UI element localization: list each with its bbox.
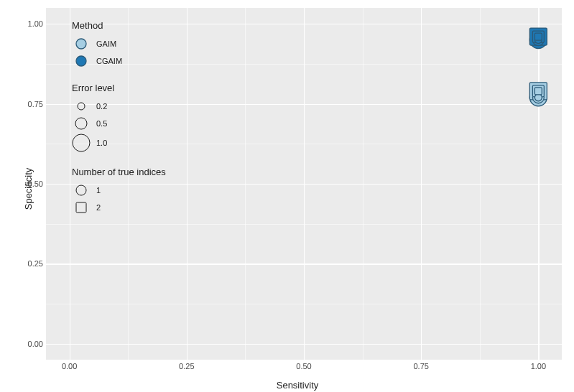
square-icon	[72, 199, 91, 216]
svg-point-1	[76, 56, 86, 66]
y-tick: 1.00	[14, 19, 43, 28]
legend-item: CGAIM	[72, 52, 166, 70]
legend-title-indices: Number of true indices	[72, 167, 166, 177]
legend-label: 2	[96, 203, 101, 212]
legend-item: 1.0	[72, 132, 166, 154]
legend-num-indices: Number of true indices 1 2	[72, 167, 166, 216]
y-tick: 0.00	[14, 340, 43, 348]
legend-error-level: Error level 0.2 0.5 1.0	[72, 83, 166, 154]
x-tick: 1.00	[531, 362, 546, 370]
legend-item: 0.5	[72, 115, 166, 132]
legend-item: 2	[72, 199, 166, 216]
x-tick: 0.75	[413, 362, 428, 370]
x-tick: 0.50	[296, 362, 311, 370]
legend-label: 0.2	[96, 102, 107, 111]
x-axis-title: Sensitivity	[277, 380, 319, 391]
legend-label: CGAIM	[96, 57, 122, 65]
svg-point-5	[76, 185, 86, 195]
legend-label: 1	[96, 186, 101, 195]
legend-label: 0.5	[96, 119, 107, 128]
svg-rect-6	[76, 202, 86, 213]
circle-icon	[72, 182, 91, 199]
legend-label: 1.0	[96, 139, 107, 147]
y-tick: 0.75	[14, 100, 43, 108]
legend-item: 0.2	[72, 98, 166, 115]
circle-icon	[72, 35, 91, 52]
circle-icon	[72, 115, 91, 132]
x-tick: 0.25	[179, 362, 194, 370]
y-tick: 0.25	[14, 259, 43, 268]
legend-method: Method GAIM CGAIM	[72, 20, 166, 70]
svg-point-2	[78, 103, 85, 110]
legend-item: 1	[72, 182, 166, 199]
y-axis-title: Specificity	[23, 168, 34, 210]
circle-icon	[72, 98, 91, 115]
legend-title-method: Method	[72, 20, 166, 31]
svg-point-4	[73, 134, 90, 151]
legend-title-error: Error level	[72, 83, 166, 93]
circle-icon	[72, 134, 91, 151]
legends: Method GAIM CGAIM Error level 0.2 0.5	[72, 20, 166, 216]
svg-point-3	[75, 118, 87, 129]
legend-item: GAIM	[72, 35, 166, 52]
legend-label: GAIM	[96, 39, 116, 48]
circle-icon	[72, 52, 91, 70]
svg-point-0	[76, 39, 86, 49]
x-tick: 0.00	[62, 362, 77, 370]
